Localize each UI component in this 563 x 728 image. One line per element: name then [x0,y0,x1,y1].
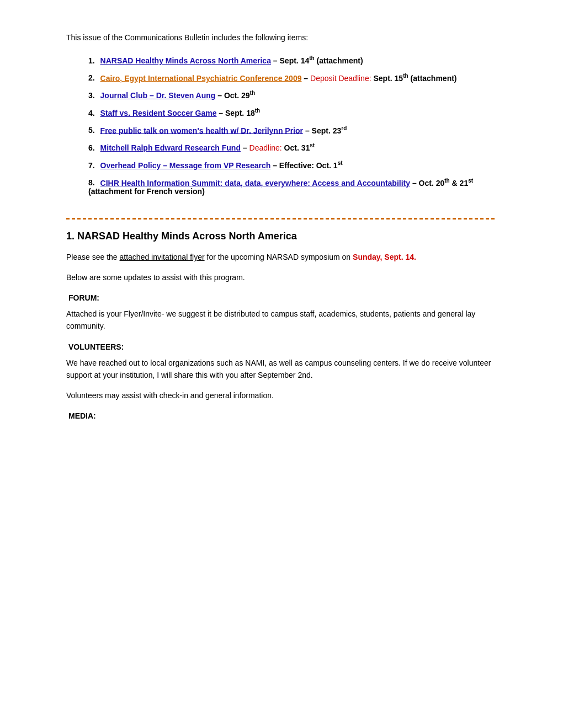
volunteers-text1: We have reached out to local organizatio… [66,357,497,382]
toc-link-2[interactable]: Cairo, Egypt International Psychiatric C… [100,73,302,82]
toc-link-3[interactable]: Journal Club – Dr. Steven Aung [100,91,216,100]
toc-number-7: 7. [88,161,95,170]
toc-suffix-2: – [301,73,310,82]
toc-number-5: 5. [88,126,95,135]
volunteers-heading: VOLUNTEERS: [66,342,497,351]
toc-item-4: 4. Staff vs. Resident Soccer Game – Sept… [88,108,497,117]
toc-sup-5: rd [341,125,347,131]
toc-suffix2-2: Sept. 15 [371,73,403,82]
toc-item-3: 3. Journal Club – Dr. Steven Aung – Oct.… [88,90,497,100]
toc-number-3: 3. [88,91,95,100]
toc-item-8: 8. CIHR Health Information Summit: data,… [88,178,497,196]
section1-flyer-link[interactable]: attached invitational flyer [120,253,205,261]
forum-heading: FORUM: [66,293,497,302]
toc-suffix-1: – Sept. 14 [271,56,309,65]
toc-number-4: 4. [88,109,95,117]
toc-sup-1: th [309,55,314,61]
toc-item-7: 7. Overhead Policy – Message from VP Res… [88,160,497,170]
toc-link-7[interactable]: Overhead Policy – Message from VP Resear… [100,161,271,170]
section1-para1-suffix: for the upcoming NARSAD symposium on [205,253,353,261]
toc-link-6[interactable]: Mitchell Ralph Edward Research Fund [100,143,241,152]
toc-item-6: 6. Mitchell Ralph Edward Research Fund –… [88,142,497,152]
toc-link-4[interactable]: Staff vs. Resident Soccer Game [100,109,217,117]
toc-suffix-7: – Effective: Oct. 1 [270,161,337,170]
toc-red-6: Deadline: [249,143,282,152]
toc-suffix2-8: & 21 [450,178,468,187]
section1-para1: Please see the attached invitational fly… [66,251,497,263]
toc-link-5[interactable]: Free public talk on women's health w/ Dr… [100,126,303,135]
toc-sup-8: th [444,178,449,184]
toc-suffix3-2: (attachment) [408,73,457,82]
toc-number-1: 1. [88,56,95,65]
toc-suffix3-8: (attachment for French version) [88,187,205,196]
section1-para1-prefix: Please see the [66,253,120,261]
toc-suffix-4: – Sept. 18 [216,109,254,117]
toc-suffix-3: – Oct. 29 [215,91,249,100]
section-divider [66,218,497,220]
toc-item-2: 2. Cairo, Egypt International Psychiatri… [88,73,497,83]
toc-suffix2-1: (attachment) [315,56,363,65]
page-content: This issue of the Communications Bulleti… [0,0,563,459]
toc-link-1[interactable]: NARSAD Healthy Minds Across North Americ… [100,56,271,65]
toc-red-2: Deposit Deadline: [310,73,371,82]
toc-sup2-8: st [468,178,473,184]
intro-paragraph: This issue of the Communications Bulleti… [66,33,497,42]
toc-link-8[interactable]: CIHR Health Information Summit: data, da… [100,178,410,187]
toc-sup-4: th [255,108,260,114]
toc-suffix-6: – [241,143,249,152]
toc-number-2: 2. [88,73,95,82]
toc-suffix-8: – Oct. 20 [410,178,444,187]
toc-list: 1. NARSAD Healthy Minds Across North Ame… [66,55,497,196]
toc-number-8: 8. [88,178,95,187]
toc-sup-3: th [250,90,255,96]
toc-suffix-5: – Sept. 23 [303,126,341,135]
toc-sup-7: st [338,160,343,166]
media-heading: MEDIA: [66,411,497,420]
section1-title: 1. NARSAD Healthy Minds Across North Ame… [66,231,497,242]
toc-item-1: 1. NARSAD Healthy Minds Across North Ame… [88,55,497,65]
section1-red-date: Sunday, Sept. 14. [353,253,416,261]
toc-suffix2-6: Oct. 31 [282,143,310,152]
toc-sup-2: th [403,73,408,79]
toc-number-6: 6. [88,143,95,152]
section1-para2: Below are some updates to assist with th… [66,271,497,283]
toc-item-5: 5. Free public talk on women's health w/… [88,125,497,135]
toc-sup-6: st [310,142,315,148]
forum-text: Attached is your Flyer/Invite- we sugges… [66,308,497,333]
volunteers-text2: Volunteers may assist with check-in and … [66,389,497,402]
